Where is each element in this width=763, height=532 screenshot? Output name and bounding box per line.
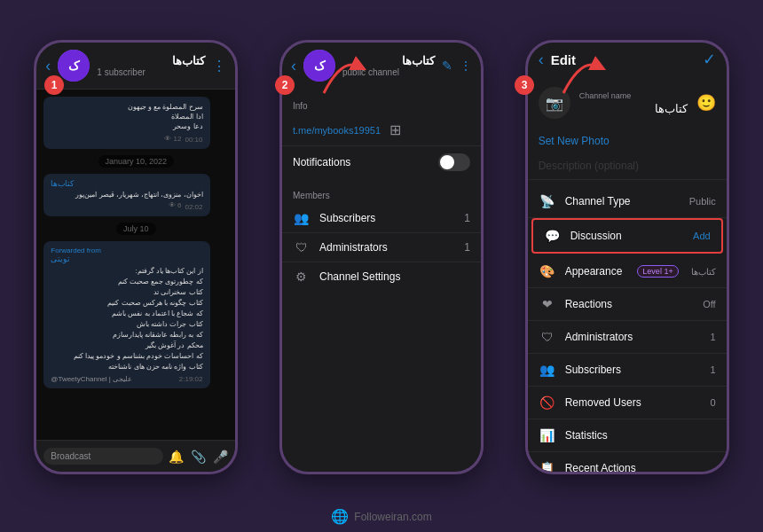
channel-title: كتاب‌ها — [342, 54, 435, 67]
recent-actions-row[interactable]: 📋 Recent Actions — [528, 452, 727, 472]
edit-avatar-row: 📷 Channel name كتاب‌ها 🙂 — [528, 76, 727, 129]
header-info: كتاب‌ها public channel — [342, 54, 435, 77]
admins-count: 1 — [711, 332, 716, 342]
qr-icon[interactable]: ⊞ — [389, 121, 401, 138]
back-button[interactable]: ‹ — [539, 51, 544, 69]
date-divider: July 10 — [116, 223, 156, 235]
description-row: Description (optional) — [528, 153, 727, 180]
admins-icon: 🛡 — [539, 330, 556, 344]
header-actions: ⋮ — [212, 58, 226, 74]
watermark-text: Followeiran.com — [354, 511, 431, 523]
administrators-row[interactable]: 🛡 Administrators 1 — [528, 321, 727, 354]
phone-1: ‹ ک كتاب‌ها 1 subscriber ⋮ — [34, 40, 238, 474]
camera-icon[interactable]: 📷 — [539, 87, 570, 119]
attach-icon[interactable]: 📎 — [191, 450, 206, 464]
administrators-icon: 🛡 — [293, 240, 311, 254]
broadcast-button[interactable]: Broadcast — [43, 448, 163, 465]
svg-text:ک: ک — [68, 59, 81, 73]
msg-time: 02:02 — [185, 203, 202, 211]
channel-settings-row[interactable]: ⚙ Channel Settings — [282, 262, 481, 291]
members-section-label: Members — [282, 184, 481, 204]
subscribers-label: Subscribers — [319, 212, 455, 224]
discussion-row[interactable]: 💬 Discussion Add — [531, 218, 723, 254]
menu-icon[interactable]: ⋮ — [460, 59, 472, 73]
set-photo-row[interactable]: Set New Photo — [528, 129, 727, 153]
notifications-toggle[interactable] — [438, 153, 470, 171]
globe-icon: 🌐 — [331, 508, 349, 525]
svg-text:ک: ک — [313, 59, 326, 73]
badge-3: 3 — [515, 75, 534, 95]
emoji-button[interactable]: 🙂 — [696, 93, 716, 113]
watermark: 🌐 Followeiran.com — [331, 508, 431, 525]
appearance-row[interactable]: 🎨 Appearance Level 1+ كتاب‌ها — [528, 255, 727, 288]
info-section-label: Info — [282, 94, 481, 114]
save-button[interactable]: ✓ — [703, 50, 716, 69]
phone-3: ‹ Edit ✓ 📷 Channel name كتاب‌ها 🙂 Set Ne… — [525, 40, 729, 474]
reactions-row[interactable]: ❤ Reactions Off — [528, 288, 727, 321]
edit-icon[interactable]: ✎ — [442, 59, 452, 73]
bell-icon[interactable]: 🔔 — [169, 450, 184, 464]
channel-avatar: ک — [303, 50, 335, 82]
reactions-label: Reactions — [565, 298, 695, 310]
settings-label: Channel Settings — [319, 270, 470, 283]
subscribers-count: 1 — [464, 212, 470, 224]
channel-avatar: ک — [58, 50, 90, 82]
channel-subtitle: public channel — [342, 67, 435, 77]
removed-users-label: Removed Users — [565, 396, 702, 409]
date-divider: January 10, 2022 — [98, 155, 175, 168]
message-item: سرح المصلوة مع و جیهونادا المصلاةدعا وسح… — [43, 97, 209, 149]
channel-title: كتاب‌ها — [97, 54, 205, 67]
chat-header: ‹ ک كتاب‌ها 1 subscriber ⋮ — [36, 43, 235, 90]
message-footer: @TweetyChannel | علیجی 2:19:02 — [51, 375, 202, 383]
forwarded-label: Forwarded from — [51, 246, 202, 254]
link-row[interactable]: t.me/mybooks19951 ⊞ — [282, 114, 481, 146]
footer-icons: 🔔 📎 🎤 — [169, 450, 228, 464]
statistics-row[interactable]: 📊 Statistics — [528, 419, 727, 452]
header-info: كتاب‌ها 1 subscriber — [97, 54, 205, 77]
back-button[interactable]: ‹ — [291, 57, 296, 75]
recent-actions-icon: 📋 — [539, 461, 556, 472]
description-placeholder[interactable]: Description (optional) — [539, 160, 716, 172]
channel-link: t.me/mybooks19951 — [293, 125, 381, 136]
message-item: كتاب‌ها اخوان، منزوی، انتهاج، شهریار، قی… — [43, 174, 209, 216]
subscribers-row[interactable]: 👥 Subscribers 1 — [282, 204, 481, 233]
channel-subtitle: 1 subscriber — [97, 67, 205, 77]
channel-type-row[interactable]: 📡 Channel Type Public — [528, 185, 727, 218]
appearance-badge: Level 1+ — [637, 265, 678, 278]
appearance-label: Appearance — [565, 265, 629, 278]
edit-section: 📡 Channel Type Public 💬 Discussion Add 🎨… — [528, 185, 727, 472]
discussion-label: Discussion — [570, 230, 684, 242]
msg-time: 00:10 — [185, 136, 202, 144]
phone-2: ‹ ک كتاب‌ها public channel ✎ ⋮ — [279, 40, 484, 474]
notifications-label: Notifications — [293, 156, 429, 168]
mic-icon[interactable]: 🎤 — [213, 450, 228, 464]
phone-3-screen: ‹ Edit ✓ 📷 Channel name كتاب‌ها 🙂 Set Ne… — [528, 43, 727, 472]
administrators-label: Administrators — [319, 241, 455, 254]
administrators-row[interactable]: 🛡 Administrators 1 — [282, 233, 481, 262]
edit-subscribers-row[interactable]: 👥 Subscribers 1 — [528, 354, 727, 387]
phone-2-screen: ‹ ک كتاب‌ها public channel ✎ ⋮ — [282, 43, 481, 472]
header-actions: ✎ ⋮ — [442, 59, 472, 73]
discussion-value: Add — [693, 231, 711, 241]
removed-users-row[interactable]: 🚫 Removed Users 0 — [528, 387, 727, 419]
removed-users-icon: 🚫 — [539, 395, 556, 410]
badge-2: 2 — [275, 75, 295, 95]
channel-type-label: Channel Type — [565, 195, 680, 207]
edit-header: ‹ Edit ✓ — [528, 43, 727, 76]
notifications-row[interactable]: Notifications — [282, 146, 481, 178]
channel-type-icon: 📡 — [539, 194, 556, 208]
channel-name-field: Channel name كتاب‌ها — [579, 91, 688, 115]
appearance-channel-name: كتاب‌ها — [691, 267, 716, 277]
message-time: 2:19:02 — [179, 375, 203, 383]
view-count: 👁 6 — [169, 201, 182, 211]
edit-subscribers-label: Subscribers — [565, 364, 702, 376]
back-button[interactable]: ‹ — [45, 57, 51, 75]
appearance-icon: 🎨 — [539, 264, 556, 278]
channel-type-value: Public — [689, 196, 716, 207]
statistics-icon: 📊 — [539, 428, 556, 442]
menu-icon[interactable]: ⋮ — [212, 58, 226, 74]
message-attribution: @TweetyChannel | علیجی — [51, 375, 132, 383]
channel-name-value[interactable]: كتاب‌ها — [579, 102, 688, 115]
message-content: از این کتاب‌ها یاد گرفتم: که چطور‌توی جم… — [51, 266, 202, 372]
removed-users-count: 0 — [711, 397, 716, 408]
